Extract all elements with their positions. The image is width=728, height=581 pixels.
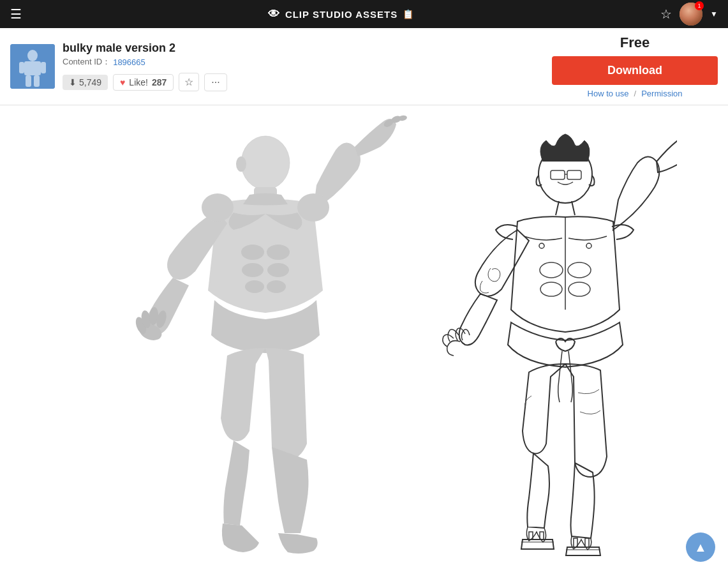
svg-rect-28 — [567, 170, 581, 179]
scroll-top-icon: ▲ — [694, 540, 707, 555]
thumbnail-svg — [10, 44, 55, 89]
download-count-value: 5,749 — [79, 77, 101, 87]
like-button[interactable]: ♥ Like! 287 — [113, 74, 174, 91]
permission-link[interactable]: Permission — [641, 89, 682, 98]
preview-image-container — [0, 105, 728, 581]
asset-header: bulky male version 2 Content ID： 1896665… — [0, 28, 728, 105]
download-count-icon: ⬇ — [69, 77, 77, 87]
link-separator: / — [634, 89, 637, 98]
asset-left-section: bulky male version 2 Content ID： 1896665… — [10, 42, 227, 91]
svg-point-12 — [242, 263, 264, 277]
how-to-use-link[interactable]: How to use — [588, 89, 629, 98]
svg-point-25 — [202, 193, 234, 222]
top-navigation: ☰ 👁 CLIP STUDIO ASSETS 📋 ☆ 1 ▼ — [0, 0, 728, 28]
svg-rect-3 — [19, 62, 24, 73]
preview-svg — [52, 112, 677, 581]
svg-point-11 — [267, 245, 290, 260]
svg-rect-5 — [26, 75, 31, 87]
download-button[interactable]: Download — [552, 56, 718, 85]
svg-point-34 — [586, 243, 591, 248]
like-label: Like! — [129, 77, 148, 87]
svg-rect-27 — [551, 170, 565, 179]
svg-line-30 — [556, 201, 559, 215]
svg-point-15 — [267, 280, 286, 293]
svg-point-36 — [568, 262, 591, 278]
svg-point-10 — [241, 245, 264, 260]
site-name: CLIP STUDIO ASSETS — [285, 9, 397, 20]
dropdown-arrow-icon[interactable]: ▼ — [710, 10, 718, 19]
notification-badge: 1 — [695, 1, 704, 10]
nav-center: 👁 CLIP STUDIO ASSETS 📋 — [268, 8, 414, 21]
heart-icon: ♥ — [120, 77, 125, 87]
price-label: Free — [552, 34, 718, 51]
logo-eye-icon: 👁 — [268, 8, 280, 21]
content-id-label: Content ID： — [63, 56, 110, 68]
svg-rect-40 — [585, 538, 589, 547]
asset-thumbnail — [10, 44, 55, 89]
svg-point-24 — [297, 193, 329, 222]
svg-point-8 — [236, 156, 246, 172]
bookmark-button[interactable]: ☆ — [179, 73, 199, 91]
download-count-badge: ⬇ 5,749 — [63, 75, 108, 90]
scroll-to-top-button[interactable]: ▲ — [686, 532, 715, 562]
svg-point-7 — [241, 136, 290, 190]
svg-rect-6 — [34, 75, 40, 87]
svg-point-35 — [540, 262, 563, 278]
asset-title: bulky male version 2 — [63, 42, 227, 55]
svg-rect-2 — [24, 61, 41, 75]
user-avatar-wrapper[interactable]: 1 — [680, 3, 702, 26]
like-count: 287 — [152, 77, 167, 87]
svg-point-33 — [539, 243, 544, 248]
asset-right-section: Free Download How to use / Permission — [552, 34, 718, 98]
svg-point-38 — [568, 282, 590, 296]
svg-point-14 — [245, 280, 264, 293]
nav-right: ☆ 1 ▼ — [660, 3, 718, 26]
svg-point-1 — [27, 50, 38, 61]
svg-line-31 — [572, 201, 575, 215]
asset-info: bulky male version 2 Content ID： 1896665… — [63, 42, 227, 91]
download-links: How to use / Permission — [552, 89, 718, 98]
asset-stats: ⬇ 5,749 ♥ Like! 287 ☆ ··· — [63, 73, 227, 91]
more-options-button[interactable]: ··· — [204, 73, 227, 91]
svg-rect-4 — [41, 62, 46, 73]
hamburger-menu-icon[interactable]: ☰ — [10, 6, 22, 22]
svg-point-13 — [267, 263, 289, 277]
content-id-row: Content ID： 1896665 — [63, 56, 227, 68]
favorites-star-icon[interactable]: ☆ — [660, 6, 672, 22]
content-id-link[interactable]: 1896665 — [113, 57, 145, 67]
svg-point-37 — [540, 282, 562, 296]
main-content — [0, 105, 728, 581]
nav-clip-icon: 📋 — [403, 9, 414, 19]
nav-left: ☰ — [10, 6, 22, 22]
